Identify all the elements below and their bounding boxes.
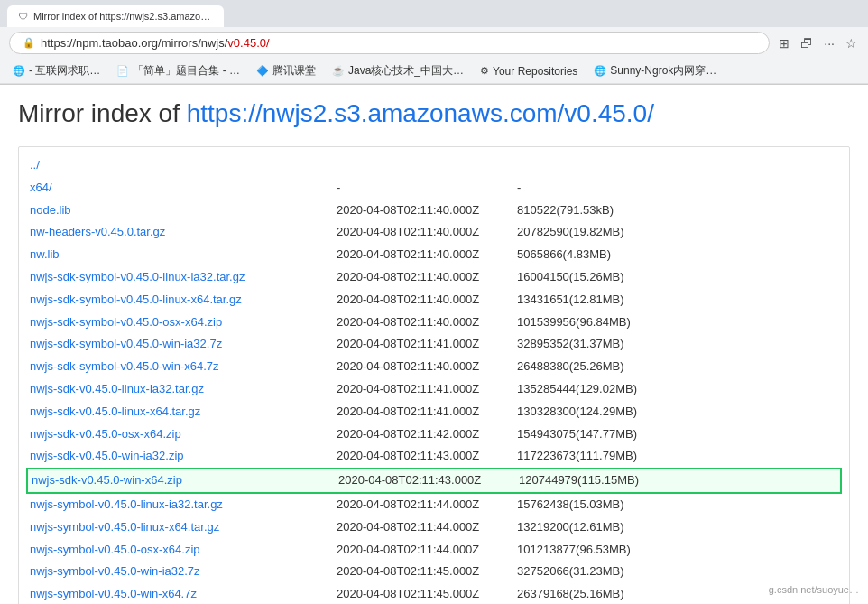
file-size-x64: - (517, 179, 838, 198)
file-size-sdk-sym-win-x64: 26488380(25.26MB) (517, 358, 838, 376)
bookmark-item-simple[interactable]: 📄 「简单」题目合集 - … (113, 61, 244, 80)
file-date-sym-win-ia32: 2020-04-08T02:11:45.000Z (337, 562, 517, 581)
file-link-sdk-sym-win-ia32[interactable]: nwjs-sdk-symbol-v0.45.0-win-ia32.7z (30, 335, 337, 354)
file-row-sym-lin-x64: nwjs-symbol-v0.45.0-linux-x64.tar.gz 202… (26, 516, 842, 539)
file-row-sym-win-ia32: nwjs-symbol-v0.45.0-win-ia32.7z 2020-04-… (26, 561, 842, 583)
url-bar[interactable]: 🔒 https://npm.taobao.org/mirrors/nwjs/v0… (9, 32, 770, 54)
file-link-sdk-sym-win-x64[interactable]: nwjs-sdk-symbol-v0.45.0-win-x64.7z (30, 358, 337, 376)
file-row-sdk-osx-x64: nwjs-sdk-v0.45.0-osx-x64.zip 2020-04-08T… (26, 423, 842, 446)
file-size-sym-lin-ia32: 15762438(15.03MB) (517, 496, 838, 515)
file-date-x64: - (337, 179, 517, 198)
bookmark-label-tencent: 腾讯课堂 (272, 63, 316, 79)
watermark: g.csdn.net/suoyue… (769, 584, 859, 595)
bookmark-icon-jobs: 🌐 (13, 65, 25, 77)
file-row-nodelib: node.lib 2020-04-08T02:11:40.000Z 810522… (26, 200, 842, 222)
file-size-sym-lin-x64: 13219200(12.61MB) (517, 518, 838, 537)
bookmark-item-jobs[interactable]: 🌐 - 互联网求职… (9, 61, 104, 80)
file-row-parent: ../ (26, 154, 842, 177)
bookmark-icon-tencent: 🔷 (256, 65, 269, 77)
file-size-nwheaders: 20782590(19.82MB) (517, 223, 838, 242)
file-link-x64[interactable]: x64/ (30, 179, 337, 198)
file-link-sym-lin-x64[interactable]: nwjs-symbol-v0.45.0-linux-x64.tar.gz (30, 518, 337, 537)
page-title-static: Mirror index of (18, 99, 187, 127)
file-link-sdk-win-ia32[interactable]: nwjs-sdk-v0.45.0-win-ia32.zip (30, 447, 337, 466)
file-size-nodelib: 810522(791.53kB) (517, 201, 838, 220)
tab-bar: 🛡 Mirror index of https://nwjs2.s3.amazo… (0, 0, 868, 27)
file-size-sdk-lin-ia32: 135285444(129.02MB) (517, 380, 838, 399)
bookmark-item-repos[interactable]: ⚙ Your Repositories (476, 63, 581, 79)
bookmarks-bar: 🌐 - 互联网求职… 📄 「简单」题目合集 - … 🔷 腾讯课堂 ☕ Java核… (0, 59, 868, 84)
file-row-sym-osx-x64: nwjs-symbol-v0.45.0-osx-x64.zip 2020-04-… (26, 539, 842, 562)
file-link-sdk-sym-lin-x64[interactable]: nwjs-sdk-symbol-v0.45.0-linux-x64.tar.gz (30, 291, 337, 310)
file-listing: ../ x64/ - - node.lib 2020-04-08T02:11:4… (18, 146, 850, 604)
bookmark-label-ngrok: Sunny-Ngrok内网穿… (610, 63, 716, 79)
file-date-nodelib: 2020-04-08T02:11:40.000Z (337, 201, 517, 220)
file-date-nwheaders: 2020-04-08T02:11:40.000Z (337, 223, 517, 242)
more-action-button[interactable]: ··· (822, 34, 836, 52)
bookmark-icon-ngrok: 🌐 (594, 65, 606, 77)
file-row-nwlib: nw.lib 2020-04-08T02:11:40.000Z 5065866(… (26, 244, 842, 266)
star-action-button[interactable]: ☆ (844, 34, 859, 52)
file-link-sdk-lin-ia32[interactable]: nwjs-sdk-v0.45.0-linux-ia32.tar.gz (30, 380, 337, 399)
file-link-nwlib[interactable]: nw.lib (30, 246, 337, 265)
bookmark-item-tencent[interactable]: 🔷 腾讯课堂 (253, 61, 319, 80)
file-link-sym-win-x64[interactable]: nwjs-symbol-v0.45.0-win-x64.7z (30, 585, 337, 604)
file-row-sdk-sym-lin-ia32: nwjs-sdk-symbol-v0.45.0-linux-ia32.tar.g… (26, 266, 842, 289)
bookmark-icon-java: ☕ (332, 65, 345, 77)
browser-chrome: 🛡 Mirror index of https://nwjs2.s3.amazo… (0, 0, 868, 85)
file-size-sdk-win-x64: 120744979(115.15MB) (519, 471, 836, 490)
file-link-parent[interactable]: ../ (30, 156, 337, 175)
file-date-sym-win-x64: 2020-04-08T02:11:45.000Z (337, 585, 517, 604)
file-link-sym-win-ia32[interactable]: nwjs-symbol-v0.45.0-win-ia32.7z (30, 562, 337, 581)
file-row-sdk-sym-lin-x64: nwjs-sdk-symbol-v0.45.0-linux-x64.tar.gz… (26, 289, 842, 311)
browser-tab[interactable]: 🛡 Mirror index of https://nwjs2.s3.amazo… (7, 5, 224, 27)
file-link-sym-lin-ia32[interactable]: nwjs-symbol-v0.45.0-linux-ia32.tar.gz (30, 496, 337, 515)
window-action-button[interactable]: 🗗 (799, 34, 815, 52)
file-date-sym-lin-x64: 2020-04-08T02:11:44.000Z (337, 518, 517, 537)
url-highlight: v0.45.0/ (227, 36, 269, 50)
file-size-sdk-sym-lin-x64: 13431651(12.81MB) (517, 291, 838, 310)
file-size-sdk-osx-x64: 154943075(147.77MB) (517, 425, 838, 444)
file-link-sdk-sym-lin-ia32[interactable]: nwjs-sdk-symbol-v0.45.0-linux-ia32.tar.g… (30, 268, 337, 287)
browser-actions: ⊞ 🗗 ··· ☆ (777, 34, 859, 52)
file-date-sdk-sym-osx-x64: 2020-04-08T02:11:40.000Z (337, 313, 517, 332)
page-title-link[interactable]: https://nwjs2.s3.amazonaws.com/v0.45.0/ (187, 99, 654, 127)
bookmark-icon-github: ⚙ (480, 65, 489, 77)
file-date-sdk-win-x64: 2020-04-08T02:11:43.000Z (338, 471, 519, 490)
page-content: Mirror index of https://nwjs2.s3.amazona… (0, 85, 868, 604)
bookmark-item-ngrok[interactable]: 🌐 Sunny-Ngrok内网穿… (590, 61, 720, 80)
file-row-sdk-win-x64-highlighted: nwjs-sdk-v0.45.0-win-x64.zip 2020-04-08T… (26, 468, 842, 494)
grid-action-button[interactable]: ⊞ (777, 34, 791, 52)
file-size-sdk-lin-x64: 130328300(124.29MB) (517, 403, 838, 422)
tab-label: Mirror index of https://nwjs2.s3.amazona… (33, 11, 213, 22)
file-link-sdk-lin-x64[interactable]: nwjs-sdk-v0.45.0-linux-x64.tar.gz (30, 403, 337, 422)
file-row-sdk-sym-win-x64: nwjs-sdk-symbol-v0.45.0-win-x64.7z 2020-… (26, 356, 842, 378)
file-link-nodelib[interactable]: node.lib (30, 201, 337, 220)
file-date-sdk-osx-x64: 2020-04-08T02:11:42.000Z (337, 425, 517, 444)
file-link-sdk-sym-osx-x64[interactable]: nwjs-sdk-symbol-v0.45.0-osx-x64.zip (30, 313, 337, 332)
bookmark-item-java[interactable]: ☕ Java核心技术_中国大… (328, 61, 467, 80)
file-date-sdk-sym-win-ia32: 2020-04-08T02:11:41.000Z (337, 335, 517, 354)
file-row-x64: x64/ - - (26, 177, 842, 200)
file-date-sym-lin-ia32: 2020-04-08T02:11:44.000Z (337, 496, 517, 515)
tab-security-icon: 🛡 (18, 11, 28, 22)
file-date-sdk-sym-lin-x64: 2020-04-08T02:11:40.000Z (337, 291, 517, 310)
file-row-sdk-lin-x64: nwjs-sdk-v0.45.0-linux-x64.tar.gz 2020-0… (26, 401, 842, 423)
bookmark-label-repos: Your Repositories (493, 65, 577, 78)
address-bar: 🔒 https://npm.taobao.org/mirrors/nwjs/v0… (0, 27, 868, 59)
file-row-sym-win-x64: nwjs-symbol-v0.45.0-win-x64.7z 2020-04-0… (26, 583, 842, 604)
file-link-sym-osx-x64[interactable]: nwjs-symbol-v0.45.0-osx-x64.zip (30, 541, 337, 560)
file-date-sdk-lin-ia32: 2020-04-08T02:11:41.000Z (337, 380, 517, 399)
bookmark-icon-simple: 📄 (116, 65, 129, 77)
lock-icon: 🔒 (23, 37, 35, 49)
file-size-sym-osx-x64: 101213877(96.53MB) (517, 541, 838, 560)
file-link-sdk-win-x64[interactable]: nwjs-sdk-v0.45.0-win-x64.zip (32, 471, 338, 490)
file-link-sdk-osx-x64[interactable]: nwjs-sdk-v0.45.0-osx-x64.zip (30, 425, 337, 444)
file-size-parent (517, 156, 838, 175)
page-title: Mirror index of https://nwjs2.s3.amazona… (18, 99, 850, 128)
file-size-sdk-win-ia32: 117223673(111.79MB) (517, 447, 838, 466)
file-size-nwlib: 5065866(4.83MB) (517, 246, 838, 265)
file-date-sdk-sym-lin-ia32: 2020-04-08T02:11:40.000Z (337, 268, 517, 287)
file-link-nwheaders[interactable]: nw-headers-v0.45.0.tar.gz (30, 223, 337, 242)
file-row-nwheaders: nw-headers-v0.45.0.tar.gz 2020-04-08T02:… (26, 221, 842, 244)
